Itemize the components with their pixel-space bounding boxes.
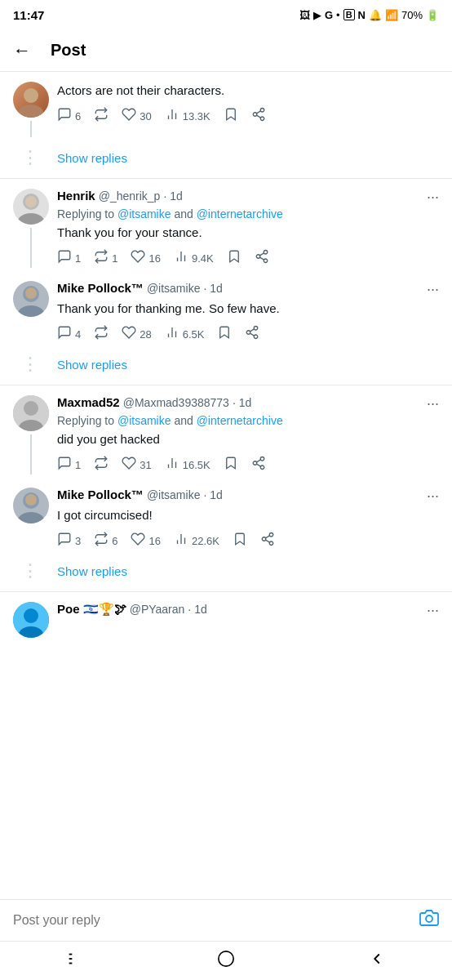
like-action-henrik[interactable]: 16 (131, 249, 160, 268)
tweet-text-mike-2: I got circumcised! (57, 506, 439, 523)
bookmark-icon-mike-1 (217, 325, 232, 344)
views-count-henrik: 9.4K (192, 252, 214, 265)
svg-point-57 (426, 915, 432, 922)
svg-line-53 (265, 536, 269, 538)
bookmark-action-mike-2[interactable] (233, 532, 247, 550)
show-replies-button-3[interactable]: Show replies (57, 564, 127, 578)
views-action-mike-2[interactable]: 22.6K (174, 532, 219, 550)
tweet-header-maxmad: Maxmad52 @Maxmad39388773 · 1d ··· (57, 395, 439, 412)
tweet-content-mike-2: Mike Pollock™ @itsamike · 1d ··· I got c… (57, 488, 439, 550)
views-action-maxmad[interactable]: 16.5K (165, 456, 210, 474)
bottom-spacer (0, 641, 452, 731)
avatar-henrik (13, 189, 49, 225)
like-icon-mike-1 (122, 325, 136, 344)
tweet-dot-mike-1: · (203, 282, 206, 295)
reply-link-itsamike-1[interactable]: @itsamike (117, 207, 171, 220)
tweet-content-poe: Poe 🇮🇱🏆🕊 @PYaaran · 1d ··· (57, 602, 439, 638)
share-action-maxmad[interactable] (251, 456, 266, 474)
tweet-maxmad: Maxmad52 @Maxmad39388773 · 1d ··· Replyi… (0, 385, 452, 478)
bookmark-action-henrik[interactable] (227, 249, 242, 268)
views-count-mike-1: 6.5K (183, 328, 205, 341)
avatar-col-poe (13, 602, 49, 638)
svg-point-22 (18, 305, 44, 317)
gallery-icon: 🖼 (299, 9, 310, 21)
reply-action-mike-1[interactable]: 4 (57, 325, 81, 344)
camera-icon[interactable] (419, 908, 439, 933)
bookmark-icon-henrik (227, 249, 242, 268)
bookmark-action-maxmad[interactable] (224, 456, 238, 474)
tweet-more-poe[interactable]: ··· (420, 602, 439, 619)
tweet-actions-top: 6 30 13.3K (57, 107, 439, 126)
reply-count-maxmad: 1 (75, 459, 81, 471)
svg-point-40 (260, 466, 264, 470)
comment-icon-maxmad (57, 456, 72, 474)
svg-point-1 (19, 105, 43, 118)
reply-action-mike-2[interactable]: 3 (57, 532, 81, 550)
svg-point-5 (260, 109, 264, 113)
tweet-time-mike-2: 1d (210, 488, 223, 501)
retweet-action-mike-2[interactable]: 6 (94, 532, 117, 550)
wifi-icon: 📶 (385, 9, 398, 21)
tweet-time-henrik: 1d (170, 189, 183, 203)
like-action-top[interactable]: 30 (122, 107, 151, 126)
svg-line-41 (256, 464, 260, 466)
svg-point-0 (24, 88, 38, 103)
retweet-icon-mike-1 (94, 325, 109, 344)
tweet-header-poe: Poe 🇮🇱🏆🕊 @PYaaran · 1d ··· (57, 602, 439, 619)
back-button[interactable]: ← (13, 40, 31, 61)
thread-line-maxmad (30, 434, 32, 474)
tweet-handle-mike-1: @itsamike (147, 282, 201, 295)
tweet-thread: Actors are not their characters. 6 (0, 72, 452, 641)
tweet-content-maxmad: Maxmad52 @Maxmad39388773 · 1d ··· Replyi… (57, 395, 439, 474)
show-replies-button-1[interactable]: Show replies (57, 151, 127, 165)
share-action-henrik[interactable] (255, 249, 269, 268)
tweet-dot-henrik: · (163, 189, 166, 203)
bookmark-action-mike-1[interactable] (217, 325, 232, 344)
retweet-action-maxmad[interactable] (94, 456, 109, 474)
tweet-name-mike-1: Mike Pollock™ (57, 281, 144, 295)
reply-link-archive-1[interactable]: @internetarchive (197, 207, 283, 220)
like-action-maxmad[interactable]: 31 (122, 456, 151, 474)
reply-link-archive-2[interactable]: @internetarchive (197, 414, 283, 427)
reply-action-henrik[interactable]: 1 (57, 249, 81, 268)
reply-link-itsamike-2[interactable]: @itsamike (117, 414, 171, 427)
tweet-more-henrik[interactable]: ··· (420, 189, 439, 206)
svg-point-23 (25, 287, 37, 299)
status-time: 11:47 (13, 8, 44, 22)
reply-action-maxmad[interactable]: 1 (57, 456, 81, 474)
tweet-more-mike-1[interactable]: ··· (420, 281, 439, 298)
svg-point-51 (269, 541, 273, 546)
nav-recents-button[interactable] (47, 943, 104, 979)
views-action-henrik[interactable]: 9.4K (174, 249, 214, 268)
nav-home-button[interactable] (197, 943, 255, 979)
thread-dots-3: ⋮ (21, 560, 41, 581)
like-action-mike-2[interactable]: 16 (131, 532, 160, 550)
share-action-top[interactable] (251, 107, 266, 126)
views-action-top[interactable]: 13.3K (165, 107, 210, 126)
retweet-count-henrik: 1 (112, 252, 117, 265)
tweet-top: Actors are not their characters. 6 (0, 72, 452, 140)
share-action-mike-1[interactable] (245, 325, 259, 344)
retweet-action-henrik[interactable]: 1 (94, 249, 117, 268)
svg-point-12 (25, 196, 37, 207)
svg-point-29 (255, 335, 259, 339)
reply-count-henrik: 1 (75, 252, 81, 265)
views-action-mike-1[interactable]: 6.5K (165, 325, 205, 344)
reply-input[interactable] (13, 913, 410, 928)
retweet-action-top[interactable] (94, 107, 109, 126)
tweet-mike-2: Mike Pollock™ @itsamike · 1d ··· I got c… (0, 478, 452, 554)
reply-action-top[interactable]: 6 (57, 107, 81, 126)
tweet-reply-maxmad: Replying to @itsamike and @internetarchi… (57, 414, 439, 427)
share-action-mike-2[interactable] (260, 532, 275, 550)
nav-back-button[interactable] (348, 943, 405, 979)
bookmark-action-top[interactable] (224, 107, 238, 126)
show-replies-button-2[interactable]: Show replies (57, 358, 127, 372)
tweet-more-mike-2[interactable]: ··· (420, 488, 439, 505)
reply-count-top: 6 (75, 110, 81, 122)
youtube-icon: ▶ (313, 9, 321, 21)
bookmark-icon-maxmad (224, 456, 238, 474)
tweet-more-maxmad[interactable]: ··· (420, 395, 439, 412)
like-action-mike-1[interactable]: 28 (122, 325, 151, 344)
tweet-handle-poe: @PYaaran (130, 603, 185, 616)
retweet-action-mike-1[interactable] (94, 325, 109, 344)
